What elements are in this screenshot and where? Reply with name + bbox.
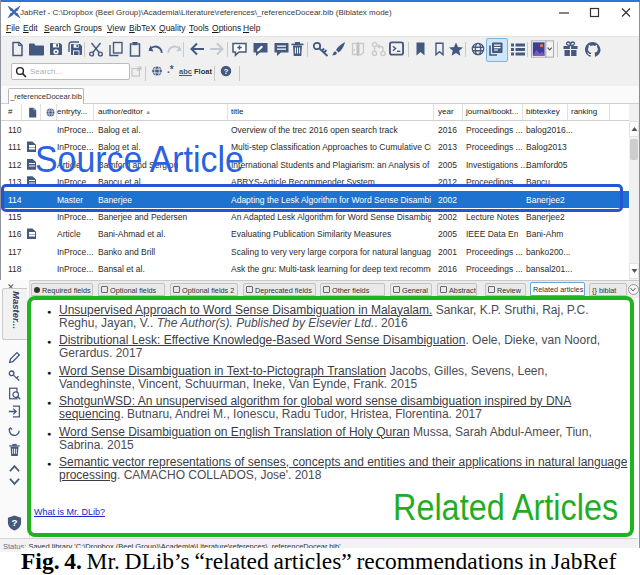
svg-text:?: ?	[11, 517, 17, 528]
svg-text:?: ?	[224, 67, 229, 76]
